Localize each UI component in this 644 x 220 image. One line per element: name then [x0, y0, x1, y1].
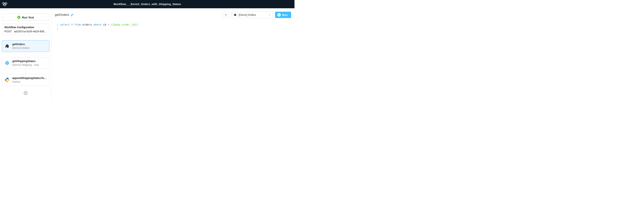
code-editor[interactable]: 12 select * from orders where id = {{bod… — [52, 21, 294, 101]
step-subtitle: [Demo] Orders — [12, 46, 30, 49]
svg-point-25 — [6, 78, 6, 79]
content-pane: getOrders [Demo] Ord — [52, 8, 294, 101]
step-connector — [26, 86, 26, 91]
workflow-config-title: Workflow Configuration — [4, 26, 47, 29]
svg-point-2 — [4, 3, 6, 6]
app-logo — [2, 2, 8, 6]
step-subtitle: Python — [12, 80, 47, 83]
http-method: POST — [4, 30, 12, 33]
resource-selected-label: [Demo] Orders — [239, 13, 266, 16]
step-connector — [26, 52, 26, 57]
step-card-getorders[interactable]: getOrders[Demo] Orders — [2, 40, 49, 52]
topbar: Workflow___Enrich_Orders_with_Shipping_S… — [0, 0, 294, 8]
run-button-label: Run — [282, 13, 288, 16]
step-name-text: getOrders — [55, 13, 69, 17]
step-name-header: getOrders — [55, 13, 74, 17]
svg-point-3 — [4, 4, 4, 4]
svg-point-26 — [8, 81, 8, 82]
svg-marker-6 — [18, 16, 20, 18]
postgres-icon — [4, 43, 10, 49]
code-content[interactable]: select * from orders where id = {{body.o… — [60, 22, 138, 97]
snowflake-icon — [4, 60, 10, 66]
workflow-id: ad1837ca-5c05-4d18-8562-… — [14, 30, 47, 33]
workflow-config-card[interactable]: Workflow Configuration POST ad1837ca-5c0… — [2, 24, 49, 35]
python-icon — [4, 77, 10, 83]
play-icon — [17, 16, 20, 19]
run-button[interactable]: Run — [275, 12, 291, 18]
line-gutter: 12 — [55, 22, 60, 97]
step-card-getshippingstatus[interactable]: getShippingStatus[Demo] Shipping - new — [2, 57, 49, 69]
edit-name-button[interactable] — [71, 13, 74, 16]
workflow-config-row: POST ad1837ca-5c05-4d18-8562-… — [4, 30, 47, 33]
trash-icon — [224, 13, 227, 16]
postgres-icon — [234, 13, 237, 16]
svg-point-5 — [4, 5, 5, 5]
svg-marker-27 — [278, 14, 280, 16]
add-step-button[interactable] — [24, 91, 28, 95]
main-area: Run Test Workflow Configuration POST ad1… — [0, 8, 294, 101]
page-title: Workflow___Enrich_Orders_with_Shipping_S… — [114, 3, 181, 6]
delete-button[interactable] — [223, 12, 229, 18]
step-card-appendshippingstatustoor-[interactable]: appendShippingStatusToOr…Python — [2, 74, 49, 86]
run-test-label: Run Test — [22, 16, 34, 19]
run-test-button[interactable]: Run Test — [2, 14, 49, 21]
step-name: appendShippingStatusToOr… — [12, 77, 47, 80]
resource-select[interactable]: [Demo] Orders — [231, 12, 273, 18]
sidebar: Run Test Workflow Configuration POST ad1… — [0, 8, 52, 101]
step-list: getOrders[Demo] OrdersgetShippingStatus[… — [2, 40, 49, 95]
step-name: getShippingStatus — [12, 60, 39, 63]
play-icon — [277, 13, 281, 16]
chevron-down-icon — [268, 14, 271, 16]
content-header: getOrders [Demo] Ord — [52, 8, 294, 21]
step-name: getOrders — [12, 43, 30, 46]
svg-point-4 — [5, 4, 5, 4]
step-subtitle: [Demo] Shipping - new — [12, 63, 39, 66]
step-connector — [26, 69, 26, 74]
